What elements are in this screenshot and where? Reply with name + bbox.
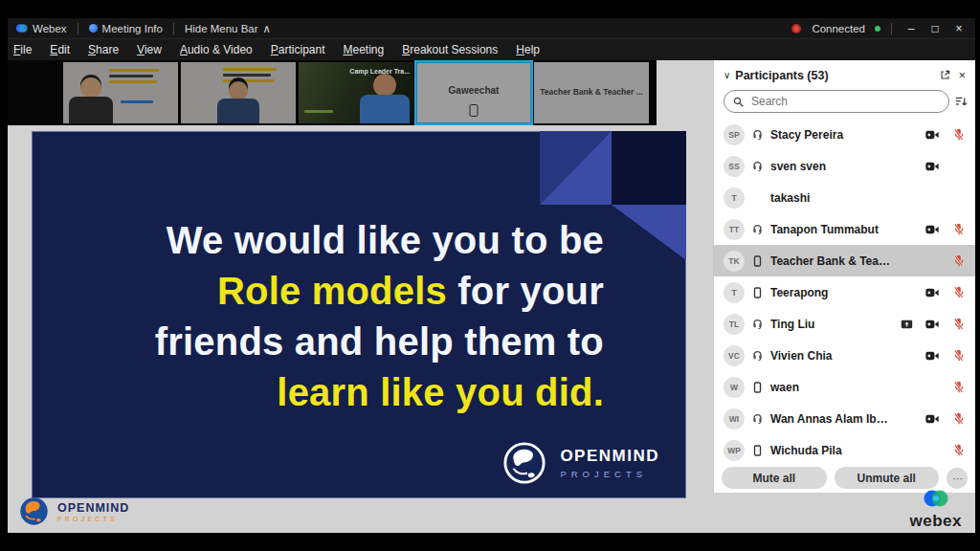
participant-row[interactable]: T takashi [714, 182, 975, 213]
meeting-info-button[interactable]: Meeting Info [89, 23, 163, 34]
participant-row[interactable]: W waen [714, 371, 975, 403]
participant-name: takashi [770, 191, 890, 205]
chevron-down-icon[interactable]: ∨ [724, 70, 730, 80]
participant-row[interactable]: TK Teacher Bank & Teacher Tah Krabi [714, 245, 975, 276]
recording-icon [791, 24, 801, 33]
camera-on-icon [925, 320, 939, 329]
pop-out-icon[interactable] [940, 70, 950, 80]
mobile-icon [753, 287, 762, 298]
participant-row[interactable]: WP Wichuda Pila [714, 434, 975, 466]
screen-share-icon [901, 320, 913, 329]
avatar: TL [724, 314, 745, 335]
mic-muted-icon [953, 412, 964, 425]
divider [78, 23, 78, 34]
divider [891, 23, 892, 34]
hide-menu-bar-button[interactable]: Hide Menu Bar ∧ [185, 22, 271, 35]
search-icon [733, 97, 744, 107]
search-input[interactable] [749, 94, 940, 109]
participant-row[interactable]: TT Tanapon Tummabut [714, 213, 975, 245]
headset-icon [752, 224, 763, 234]
menu-item[interactable]: Audio & Video [180, 43, 253, 56]
openmind-footer-logo: OPENMIND PROJECTS [19, 496, 129, 526]
participant-name: sven sven [770, 160, 890, 173]
menu-item[interactable]: View [137, 43, 162, 56]
video-thumbnail-teacher-bank[interactable]: Teacher Bank & Teacher ... [534, 62, 649, 123]
camera-on-icon [925, 130, 939, 140]
avatar: T [724, 187, 745, 209]
openmind-logo: OPENMIND PROJECTS [502, 441, 659, 485]
avatar: VC [724, 345, 745, 366]
panel-close-icon[interactable]: × [958, 68, 966, 82]
menu-item[interactable]: Participant [271, 43, 325, 56]
headset-icon [752, 350, 763, 361]
mic-muted-icon [953, 349, 964, 362]
webex-footer-logo: webex [910, 489, 962, 531]
avatar: SP [724, 124, 745, 145]
participant-row[interactable]: WI Wan Annas Alam Ibrahim [714, 403, 975, 434]
mobile-device-icon [470, 104, 479, 117]
unmute-all-button[interactable]: Unmute all [835, 467, 940, 489]
mic-muted-icon [953, 444, 964, 456]
menu-item[interactable]: Meeting [344, 43, 385, 56]
mute-all-button[interactable]: Mute all [722, 467, 827, 489]
headset-icon [752, 129, 763, 140]
webex-logo-icon [922, 489, 950, 508]
meeting-info-icon [89, 24, 98, 33]
video-thumbnail-2[interactable] [181, 62, 296, 123]
camera-on-icon [925, 414, 939, 424]
panel-title: Participants (53) [735, 69, 828, 82]
sort-icon[interactable] [955, 96, 968, 108]
globe-icon [19, 496, 49, 526]
participant-row[interactable]: VC Vivien Chia [714, 340, 975, 371]
headset-icon [752, 413, 763, 424]
camera-on-icon [925, 162, 939, 171]
headset-icon [752, 161, 763, 171]
mobile-icon [753, 445, 762, 456]
connection-status: Connected [812, 23, 865, 34]
participant-name: Teerapong [770, 286, 890, 299]
video-thumbnail-3[interactable]: Camp Leader Tra... [299, 62, 413, 123]
menu-item[interactable]: Help [516, 43, 540, 56]
headset-icon [752, 319, 763, 329]
menu-item[interactable]: Breakout Sessions [402, 43, 498, 56]
participant-row[interactable]: T Teerapong [714, 276, 975, 308]
video-thumbnail-1[interactable] [63, 62, 178, 123]
minimize-button[interactable]: – [902, 22, 920, 35]
camera-on-icon [925, 351, 939, 361]
participant-row[interactable]: SS sven sven [714, 150, 975, 182]
participant-name: Wichuda Pila [770, 444, 890, 457]
avatar: TK [724, 251, 745, 272]
mobile-icon [753, 382, 762, 393]
menu-item[interactable]: Share [88, 43, 119, 56]
menu-item[interactable]: File [13, 43, 32, 56]
more-options-button[interactable]: ··· [947, 468, 968, 489]
caret-up-icon: ∧ [263, 22, 271, 35]
avatar: SS [724, 156, 745, 177]
camera-on-icon [925, 225, 939, 234]
participant-row[interactable]: SP Stacy Pereira [714, 119, 975, 150]
webex-logo: Webex [15, 22, 67, 34]
globe-icon [502, 441, 546, 485]
shared-slide: We would like you to be Role models for … [32, 131, 686, 498]
mobile-icon [753, 255, 762, 267]
mic-muted-icon [953, 381, 964, 393]
close-button[interactable]: × [950, 22, 968, 35]
participants-list: SP Stacy Pereira [714, 119, 975, 466]
mic-muted-icon [953, 128, 964, 141]
menu-item[interactable]: Edit [50, 43, 70, 56]
divider [173, 23, 174, 34]
avatar: WI [724, 408, 745, 430]
app-title: Webex [33, 23, 67, 34]
participant-row[interactable]: TL Ting Liu [714, 308, 975, 340]
video-filmstrip: Camp Leader Tra... Gaweechat Teacher Ban… [8, 60, 657, 125]
maximize-button[interactable]: □ [926, 22, 944, 35]
connected-dot-icon [875, 26, 880, 32]
search-box[interactable] [724, 90, 949, 113]
panel-actions: Mute all Unmute all ··· [714, 467, 975, 489]
participant-name: Teacher Bank & Teacher Tah Krabi [770, 254, 890, 268]
webex-window: Webex Meeting Info Hide Menu Bar ∧ Conne… [8, 18, 975, 532]
video-thumbnail-gaweechat[interactable]: Gaweechat [416, 62, 531, 123]
slide-text: We would like you to be Role models for … [87, 215, 604, 418]
avatar: TT [724, 219, 745, 240]
participant-name: Ting Liu [770, 318, 890, 331]
